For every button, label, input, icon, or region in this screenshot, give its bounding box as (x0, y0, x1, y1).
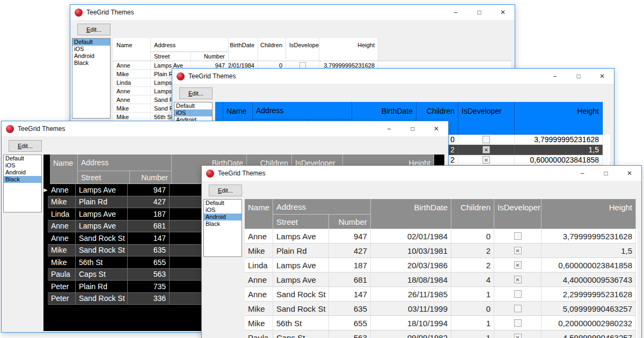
titlebar[interactable]: TeeGrid Themes – □ ✕ (70, 5, 515, 20)
cell-children[interactable]: 1 (451, 316, 494, 330)
cell-number[interactable]: 947 (329, 229, 371, 244)
theme-listbox[interactable]: DefaultiOSAndroidBlack (203, 199, 242, 257)
isdeveloper-checkbox[interactable]: ✕ (482, 146, 490, 153)
isdeveloper-checkbox[interactable]: ✕ (514, 261, 522, 269)
cell-name[interactable]: Mike (245, 302, 273, 316)
theme-option-android[interactable]: Android (4, 169, 41, 176)
cell-number[interactable]: 681 (329, 273, 371, 287)
isdeveloper-checkbox[interactable] (514, 232, 522, 240)
cell-children[interactable]: 2 (451, 244, 494, 258)
cell-street[interactable]: Sand Rock St (76, 293, 128, 305)
cell-height[interactable]: 1,5 (515, 145, 603, 155)
maximize-button[interactable]: □ (401, 121, 425, 136)
minimize-button[interactable]: – (570, 166, 594, 181)
column-header-birthdate[interactable]: BirthDate (371, 199, 451, 229)
isdeveloper-checkbox[interactable]: ✕ (514, 334, 522, 338)
column-header-height[interactable]: Height (319, 38, 378, 61)
cell-street[interactable]: Plain Rd (76, 281, 128, 293)
titlebar[interactable]: TeeGrid Themes – □ ✕ (2, 121, 448, 136)
cell-name[interactable]: Mike (48, 196, 76, 209)
theme-option-default[interactable]: Default (174, 102, 212, 109)
theme-option-ios[interactable]: iOS (174, 109, 212, 116)
cell-birthdate[interactable]: 09/09/1982 (371, 330, 451, 338)
cell-street[interactable]: Sand Rock St (273, 302, 329, 316)
cell-name[interactable]: Linda (48, 208, 76, 221)
cell-number[interactable]: 336 (128, 293, 170, 305)
cell-children[interactable]: 1 (451, 330, 494, 338)
cell-number[interactable]: 635 (128, 245, 170, 257)
theme-option-default[interactable]: Default (204, 200, 241, 207)
cell-isdev[interactable] (458, 135, 515, 145)
cell-birthdate[interactable]: 26/11/1985 (371, 287, 451, 302)
cell-name[interactable]: Anne (113, 87, 151, 95)
theme-option-android[interactable]: Android (204, 214, 241, 221)
column-header-isdev[interactable]: IsDeveloper (494, 199, 541, 229)
minimize-button[interactable]: – (543, 69, 567, 84)
cell-name[interactable]: Mike (245, 244, 273, 258)
theme-option-black[interactable]: Black (4, 176, 41, 183)
cell-name[interactable]: Anne (245, 273, 273, 287)
cell-street[interactable]: Sand Rock St (76, 245, 128, 257)
cell-name[interactable]: Peter (48, 281, 76, 293)
cell-name[interactable]: Mike (48, 256, 76, 269)
isdeveloper-checkbox[interactable]: ✕ (514, 276, 522, 283)
cell-name[interactable]: Anne (113, 61, 151, 70)
cell-number[interactable]: 147 (128, 232, 170, 245)
cell-isdev[interactable] (494, 302, 541, 316)
column-header-height[interactable]: Height (541, 199, 636, 229)
cell-street[interactable]: Lamps Ave (273, 273, 329, 287)
cell-name[interactable]: Anne (245, 287, 273, 302)
cell-number[interactable]: 681 (128, 221, 170, 233)
cell-number[interactable]: 655 (128, 256, 170, 269)
cell-children[interactable]: 0 (451, 229, 494, 244)
column-header-address[interactable]: Address (78, 155, 172, 171)
cell-number[interactable]: 635 (329, 302, 371, 316)
table-row[interactable]: MikePlain Rd42710/03/19812✕1,5 (245, 244, 636, 258)
cell-name[interactable]: Mike (245, 316, 273, 330)
theme-option-default[interactable]: Default (4, 155, 41, 162)
table-row[interactable]: AnneLamps Ave94702/01/198403,79999995231… (245, 229, 636, 244)
minimize-button[interactable]: – (444, 5, 467, 20)
theme-option-android[interactable]: Android (72, 53, 110, 60)
column-header-street[interactable]: Street (151, 52, 191, 61)
cell-street[interactable]: Lamps Ave (273, 229, 329, 244)
maximize-button[interactable]: □ (467, 5, 491, 20)
cell-height[interactable]: 0,600000023841858 (541, 258, 636, 273)
column-header-address[interactable]: Address (253, 102, 352, 120)
cell-isdev[interactable]: ✕ (458, 155, 515, 165)
cell-children[interactable]: 1 (451, 287, 494, 302)
minimize-button[interactable]: – (377, 121, 401, 136)
cell-isdev[interactable]: ✕ (494, 273, 541, 287)
table-row[interactable]: AnneLamps Ave68118/08/19844✕4,4000000953… (245, 273, 636, 287)
table-row[interactable]: Mike56th St65518/10/199410,2000000029802… (245, 316, 636, 330)
column-header-height[interactable]: Height (515, 102, 603, 135)
isdeveloper-checkbox[interactable] (514, 290, 522, 298)
close-button[interactable]: ✕ (425, 121, 448, 136)
theme-option-black[interactable]: Black (72, 60, 110, 67)
theme-listbox[interactable]: DefaultiOSAndroidBlack (3, 155, 42, 212)
table-row[interactable]: PaulaCaps St56309/09/19821✕4,59999990463… (245, 330, 636, 338)
cell-name[interactable]: Anne (48, 232, 76, 245)
close-button[interactable]: ✕ (618, 166, 641, 181)
column-header-birthdate[interactable]: BirthDate (229, 38, 258, 61)
cell-name[interactable]: Mike (48, 245, 76, 257)
maximize-button[interactable]: □ (594, 166, 618, 181)
column-header-number[interactable]: Number (329, 215, 371, 229)
close-button[interactable]: ✕ (590, 69, 614, 84)
cell-isdev[interactable]: ✕ (458, 145, 515, 155)
cell-isdev[interactable] (494, 229, 541, 244)
cell-number[interactable]: 187 (329, 258, 371, 273)
cell-name[interactable]: Paula (48, 269, 76, 281)
cell-street[interactable]: Sand Rock St (76, 232, 128, 245)
maximize-button[interactable]: □ (567, 69, 590, 84)
cell-birthdate[interactable]: 18/08/1984 (371, 273, 451, 287)
cell-number[interactable]: 655 (329, 316, 371, 330)
cell-height[interactable]: 3,79999995231628 (541, 229, 636, 244)
edit-button[interactable]: Edit... (9, 140, 42, 152)
column-header-name[interactable]: Name (50, 155, 78, 184)
edit-button[interactable]: Edit... (77, 24, 111, 35)
theme-option-black[interactable]: Black (204, 221, 241, 227)
column-header-isdev[interactable]: IsDeveloper (458, 102, 515, 135)
isdeveloper-checkbox[interactable] (482, 136, 490, 143)
theme-option-ios[interactable]: iOS (4, 162, 41, 169)
